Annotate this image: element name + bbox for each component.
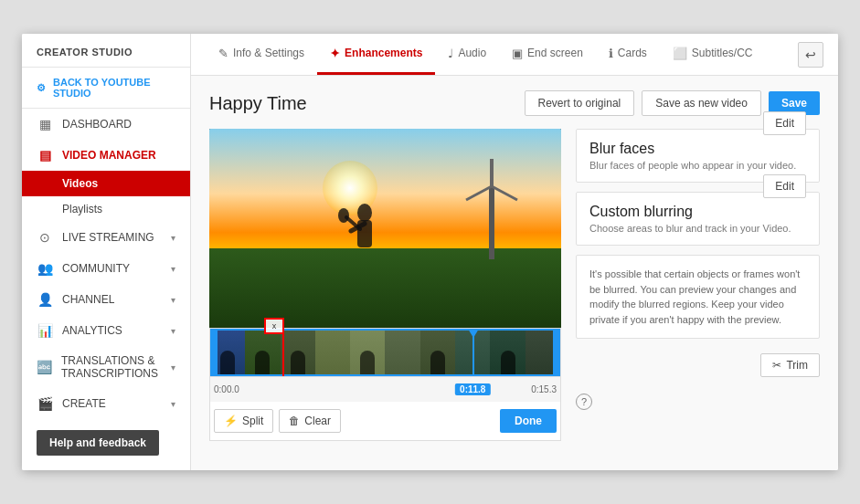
sidebar-item-label: CHANNEL — [62, 293, 114, 306]
svg-line-8 — [466, 186, 492, 200]
create-icon: 🎬 — [37, 396, 53, 411]
sidebar-item-community[interactable]: 👥 COMMUNITY ▾ — [22, 253, 190, 284]
time-start: 0:00.0 — [214, 384, 239, 394]
custom-blurring-card: Edit Custom blurring Choose areas to blu… — [576, 192, 820, 246]
help-icon[interactable]: ? — [576, 394, 592, 410]
page-content: Happy Time Revert to original Save as ne… — [191, 76, 838, 470]
blur-faces-title: Blur faces — [589, 141, 806, 157]
pencil-icon: ✎ — [218, 47, 228, 60]
tab-end-screen[interactable]: ▣ End screen — [499, 34, 596, 75]
time-current: 0:11.8 — [455, 383, 490, 395]
timeline-container: x — [209, 328, 561, 441]
dashboard-icon: ▦ — [37, 117, 53, 131]
revert-original-button[interactable]: Revert to original — [525, 90, 635, 116]
sidebar: CREATOR STUDIO ⚙ BACK TO YOUTUBE STUDIO … — [22, 34, 191, 470]
svg-point-4 — [338, 208, 349, 223]
editor-area: x — [209, 129, 820, 441]
video-preview — [209, 129, 561, 328]
sidebar-item-analytics[interactable]: 📊 ANALYTICS ▾ — [22, 315, 190, 346]
windmill-silhouette — [464, 159, 519, 259]
tab-cards[interactable]: ℹ Cards — [596, 34, 660, 75]
timeline-controls: ⚡ Split 🗑 Clear Done — [210, 402, 560, 440]
blur-faces-desc: Blur faces of people who appear in your … — [589, 160, 806, 171]
sidebar-item-label: LIVE STREAMING — [62, 231, 154, 244]
frame-cell-1 — [210, 329, 245, 376]
trim-section: ✂ Trim — [576, 348, 820, 383]
frame-cell-6 — [385, 329, 419, 376]
video-scene — [209, 129, 561, 328]
right-side: Edit Blur faces Blur faces of people who… — [576, 129, 820, 441]
tab-subtitles[interactable]: ⬜ Subtitles/CC — [660, 34, 766, 75]
page-title: Happy Time — [209, 93, 307, 114]
frame-cell-9 — [490, 329, 525, 376]
settings-icon: ⚙ — [37, 82, 46, 94]
video-manager-icon: ▤ — [37, 148, 53, 163]
back-label: BACK TO YOUTUBE STUDIO — [53, 77, 175, 99]
analytics-icon: 📊 — [37, 323, 53, 338]
main-content: ✎ Info & Settings ✦ Enhancements ♩ Audio… — [191, 34, 838, 470]
sidebar-item-dashboard[interactable]: ▦ DASHBOARD — [22, 109, 190, 140]
frame-strip[interactable] — [210, 329, 560, 376]
blur-faces-edit-button[interactable]: Edit — [763, 111, 806, 135]
audio-icon: ♩ — [448, 47, 453, 60]
chevron-down-icon: ▾ — [171, 264, 175, 274]
sidebar-item-live-streaming[interactable]: ⊙ LIVE STREAMING ▾ — [22, 222, 190, 253]
frame-cell-4 — [315, 329, 350, 376]
subtitles-icon: ⬜ — [673, 47, 687, 60]
svg-rect-5 — [489, 186, 494, 259]
frame-cell-5 — [350, 329, 385, 376]
sidebar-item-playlists[interactable]: Playlists — [22, 196, 190, 222]
chevron-down-icon: ▾ — [171, 326, 175, 336]
chevron-down-icon: ▾ — [171, 295, 175, 305]
sidebar-item-channel[interactable]: 👤 CHANNEL ▾ — [22, 284, 190, 315]
sidebar-item-videos[interactable]: Videos — [22, 171, 190, 196]
cards-icon: ℹ — [609, 47, 613, 60]
sidebar-item-label: VIDEO MANAGER — [62, 149, 156, 162]
channel-icon: 👤 — [37, 292, 53, 307]
tab-back-button[interactable]: ↩ — [798, 42, 823, 68]
done-button[interactable]: Done — [500, 409, 557, 433]
back-to-youtube-button[interactable]: ⚙ BACK TO YOUTUBE STUDIO — [22, 68, 190, 109]
ground-bg — [209, 248, 561, 328]
live-streaming-icon: ⊙ — [37, 230, 53, 245]
community-icon: 👥 — [37, 261, 53, 276]
frame-cell-8 — [455, 329, 490, 376]
sidebar-item-label: CREATE — [62, 397, 106, 410]
sidebar-item-label: TRANSLATIONS & TRANSCRIPTIONS — [61, 354, 171, 380]
tab-info-settings[interactable]: ✎ Info & Settings — [206, 34, 317, 75]
timeline-ruler: 0:00.0 0:11.8 0:15.3 — [210, 376, 560, 402]
chevron-down-icon: ▾ — [171, 399, 175, 409]
save-new-video-button[interactable]: Save as new video — [642, 90, 761, 116]
translations-icon: 🔤 — [37, 360, 52, 374]
svg-line-7 — [492, 186, 517, 200]
chevron-down-icon: ▾ — [171, 362, 175, 373]
page-header: Happy Time Revert to original Save as ne… — [209, 90, 820, 116]
enhancements-icon: ✦ — [330, 47, 340, 60]
help-feedback-button[interactable]: Help and feedback — [37, 430, 159, 456]
svg-point-0 — [357, 204, 372, 222]
chevron-down-icon: ▾ — [171, 233, 175, 243]
custom-blurring-edit-button[interactable]: Edit — [763, 174, 806, 198]
tab-audio[interactable]: ♩ Audio — [435, 34, 499, 75]
trim-button[interactable]: ✂ Trim — [760, 353, 820, 377]
tab-bar: ✎ Info & Settings ✦ Enhancements ♩ Audio… — [191, 34, 838, 76]
trim-icon: ✂ — [772, 359, 781, 372]
feature-note: It's possible that certain objects or fr… — [576, 255, 820, 339]
end-screen-icon: ▣ — [512, 47, 523, 60]
sidebar-item-create[interactable]: 🎬 CREATE ▾ — [22, 388, 190, 419]
frame-cell-2 — [245, 329, 280, 376]
split-button[interactable]: ⚡ Split — [214, 409, 273, 433]
sidebar-item-label: COMMUNITY — [62, 262, 130, 275]
figure-silhouette — [333, 185, 397, 258]
trash-icon: 🗑 — [289, 415, 300, 427]
sidebar-item-video-manager[interactable]: ▤ VIDEO MANAGER — [22, 140, 190, 171]
frame-cell-3 — [281, 329, 315, 376]
tab-enhancements[interactable]: ✦ Enhancements — [317, 34, 435, 75]
sidebar-item-label: ANALYTICS — [62, 324, 122, 337]
sidebar-item-translations[interactable]: 🔤 TRANSLATIONS & TRANSCRIPTIONS ▾ — [22, 346, 190, 388]
clear-button[interactable]: 🗑 Clear — [279, 409, 341, 433]
frame-cell-10 — [526, 329, 560, 376]
sidebar-header: CREATOR STUDIO — [22, 34, 190, 68]
timeline-wrapper: x — [210, 329, 560, 376]
custom-blurring-title: Custom blurring — [589, 204, 806, 220]
